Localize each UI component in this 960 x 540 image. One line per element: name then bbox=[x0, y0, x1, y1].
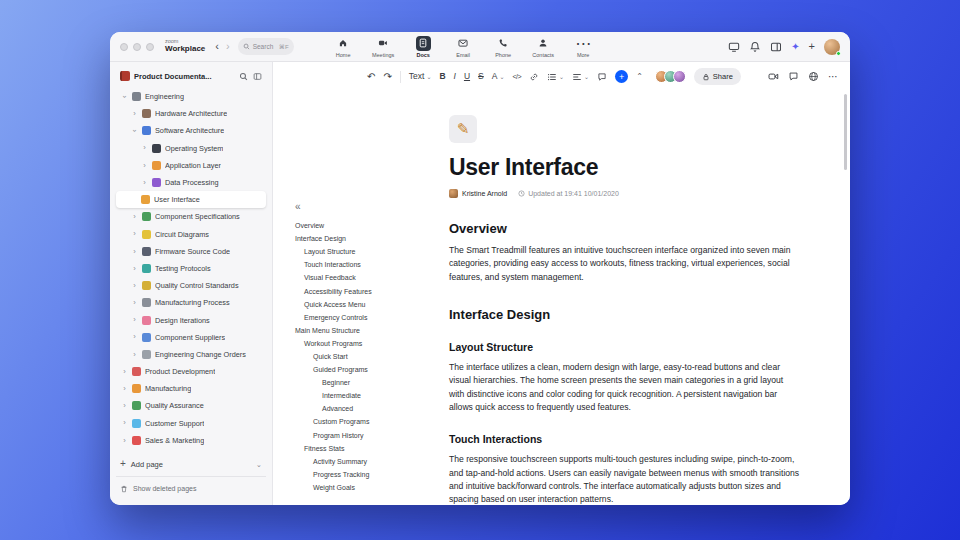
chevron-right-icon[interactable]: › bbox=[131, 265, 138, 273]
chevron-right-icon[interactable]: › bbox=[121, 385, 128, 393]
sidebar-item-product-development[interactable]: › Product Development bbox=[116, 363, 266, 380]
sidebar-item-manufacturing-process[interactable]: › Manufacturing Process bbox=[116, 294, 266, 311]
outline-item-guided-programs[interactable]: Guided Programs bbox=[295, 363, 423, 376]
sidebar-item-design-iterations[interactable]: › Design Iterations bbox=[116, 311, 266, 328]
chevron-right-icon[interactable]: › bbox=[131, 213, 138, 221]
outline-item-weight-goals[interactable]: Weight Goals bbox=[295, 481, 423, 494]
sidebar-item-engineering-change-orders[interactable]: › Engineering Change Orders bbox=[116, 346, 266, 363]
video-camera-icon[interactable] bbox=[768, 71, 779, 82]
collapse-sidebar-icon[interactable] bbox=[253, 72, 262, 81]
sidebar-item-component-suppliers[interactable]: › Component Suppliers bbox=[116, 329, 266, 346]
window-scrollbar[interactable] bbox=[844, 94, 847, 170]
global-search-input[interactable]: Search ⌘F bbox=[238, 38, 294, 55]
outline-item-fitness-stats[interactable]: Fitness Stats bbox=[295, 442, 423, 455]
outline-item-activity-summary[interactable]: Activity Summary bbox=[295, 455, 423, 468]
comment-button[interactable] bbox=[597, 72, 607, 82]
outline-item-visual-feedback[interactable]: Visual Feedback bbox=[295, 271, 423, 284]
more-options-button[interactable]: ⋯ bbox=[828, 71, 838, 82]
tab-docs[interactable]: Docs bbox=[408, 36, 439, 58]
sidebar-search-icon[interactable] bbox=[239, 72, 248, 81]
tab-phone[interactable]: Phone bbox=[488, 36, 519, 58]
outline-item-touch-interactions[interactable]: Touch Interactions bbox=[295, 258, 423, 271]
underline-button[interactable]: U bbox=[464, 72, 470, 81]
outline-item-interface-design[interactable]: Interface Design bbox=[295, 232, 423, 245]
chevron-right-icon[interactable]: › bbox=[121, 437, 128, 445]
outline-item-overview[interactable]: Overview bbox=[295, 219, 423, 232]
globe-icon[interactable] bbox=[808, 71, 819, 82]
outline-item-main-menu-structure[interactable]: Main Menu Structure bbox=[295, 324, 423, 337]
outline-item-program-history[interactable]: Program History bbox=[295, 429, 423, 442]
sidebar-item-manufacturing[interactable]: › Manufacturing bbox=[116, 380, 266, 397]
add-page-button[interactable]: + Add page ⌄ bbox=[120, 456, 262, 472]
outline-item-custom-programs[interactable]: Custom Programs bbox=[295, 415, 423, 428]
chevron-right-icon[interactable]: › bbox=[131, 248, 138, 256]
add-icon[interactable]: + bbox=[809, 41, 815, 52]
show-deleted-pages-button[interactable]: Show deleted pages bbox=[120, 481, 262, 496]
sidebar-item-component-specifications[interactable]: › Component Specifications bbox=[116, 208, 266, 225]
align-dropdown[interactable]: ⌄ bbox=[572, 72, 589, 82]
sidebar-item-quality-control-standards[interactable]: › Quality Control Standards bbox=[116, 277, 266, 294]
italic-button[interactable]: I bbox=[454, 72, 456, 81]
workspace-header[interactable]: Product Documenta... bbox=[110, 71, 272, 88]
tab-more[interactable]: ⋯ More bbox=[568, 36, 599, 58]
close-window-button[interactable] bbox=[120, 43, 128, 51]
share-button[interactable]: Share bbox=[694, 68, 741, 85]
outline-item-workout-programs[interactable]: Workout Programs bbox=[295, 337, 423, 350]
text-color-dropdown[interactable]: A ⌄ bbox=[492, 72, 505, 81]
outline-item-progress-tracking[interactable]: Progress Tracking bbox=[295, 468, 423, 481]
chevron-right-icon[interactable]: › bbox=[141, 144, 148, 152]
sidebar-item-software-architecture[interactable]: › Software Architecture bbox=[116, 122, 266, 139]
bell-icon[interactable] bbox=[749, 41, 761, 53]
chevron-down-icon[interactable]: › bbox=[121, 93, 129, 100]
outline-item-intermediate[interactable]: Intermediate bbox=[295, 389, 423, 402]
sidebar-item-testing-protocols[interactable]: › Testing Protocols bbox=[116, 260, 266, 277]
undo-button[interactable]: ↶ bbox=[367, 72, 375, 82]
sidebar-item-hardware-architecture[interactable]: › Hardware Architecture bbox=[116, 105, 266, 122]
outline-item-beginner[interactable]: Beginner bbox=[295, 376, 423, 389]
tab-contacts[interactable]: Contacts bbox=[528, 36, 559, 58]
outline-item-layout-structure[interactable]: Layout Structure bbox=[295, 245, 423, 258]
zoom-window-button[interactable] bbox=[146, 43, 154, 51]
outline-item-emergency-controls[interactable]: Emergency Controls bbox=[295, 311, 423, 324]
ai-companion-icon[interactable]: ✦ bbox=[791, 42, 799, 52]
user-avatar[interactable] bbox=[824, 39, 840, 55]
chevron-right-icon[interactable]: › bbox=[131, 299, 138, 307]
back-button[interactable]: ‹ bbox=[215, 41, 219, 52]
redo-button[interactable]: ↷ bbox=[383, 72, 391, 82]
chevron-right-icon[interactable]: › bbox=[121, 368, 128, 376]
forward-button[interactable]: › bbox=[226, 41, 230, 52]
chevron-right-icon[interactable]: › bbox=[121, 419, 128, 427]
insert-block-button[interactable]: + bbox=[615, 70, 628, 83]
sidebar-item-data-processing[interactable]: › Data Processing bbox=[116, 174, 266, 191]
side-panel-icon[interactable] bbox=[770, 41, 782, 53]
outline-item-accessibility-features[interactable]: Accessibility Features bbox=[295, 284, 423, 297]
chat-bubble-icon[interactable] bbox=[788, 71, 799, 82]
sidebar-item-firmware-source-code[interactable]: › Firmware Source Code bbox=[116, 243, 266, 260]
bold-button[interactable]: B bbox=[439, 72, 445, 81]
chevron-right-icon[interactable]: › bbox=[131, 316, 138, 324]
tab-home[interactable]: Home bbox=[328, 36, 359, 58]
code-button[interactable]: </> bbox=[512, 73, 521, 80]
tab-email[interactable]: Email bbox=[448, 36, 479, 58]
sidebar-item-circuit-diagrams[interactable]: › Circuit Diagrams bbox=[116, 226, 266, 243]
sidebar-item-quality-assurance[interactable]: › Quality Assurance bbox=[116, 397, 266, 414]
chevron-right-icon[interactable]: › bbox=[121, 402, 128, 410]
strikethrough-button[interactable]: S bbox=[478, 72, 484, 81]
sidebar-item-customer-support[interactable]: › Customer Support bbox=[116, 415, 266, 432]
chevron-right-icon[interactable]: › bbox=[131, 110, 138, 118]
sidebar-item-operating-system[interactable]: › Operating System bbox=[116, 140, 266, 157]
chevron-down-icon[interactable]: › bbox=[131, 127, 139, 134]
chevron-right-icon[interactable]: › bbox=[131, 282, 138, 290]
page-emoji-icon[interactable]: ✎ bbox=[449, 115, 477, 143]
chevron-right-icon[interactable]: › bbox=[131, 351, 138, 359]
collapse-toolbar-button[interactable]: ⌃ bbox=[636, 73, 643, 81]
chevron-right-icon[interactable]: › bbox=[141, 162, 148, 170]
sidebar-item-user-interface[interactable]: User Interface bbox=[116, 191, 266, 208]
chevron-right-icon[interactable]: › bbox=[141, 179, 148, 187]
list-dropdown[interactable]: ⌄ bbox=[547, 72, 564, 82]
chevron-right-icon[interactable]: › bbox=[131, 230, 138, 238]
collaborator-avatar[interactable] bbox=[673, 70, 686, 83]
outline-item-quick-start[interactable]: Quick Start bbox=[295, 350, 423, 363]
sidebar-item-application-layer[interactable]: › Application Layer bbox=[116, 157, 266, 174]
text-style-dropdown[interactable]: Text ⌄ bbox=[409, 72, 432, 81]
